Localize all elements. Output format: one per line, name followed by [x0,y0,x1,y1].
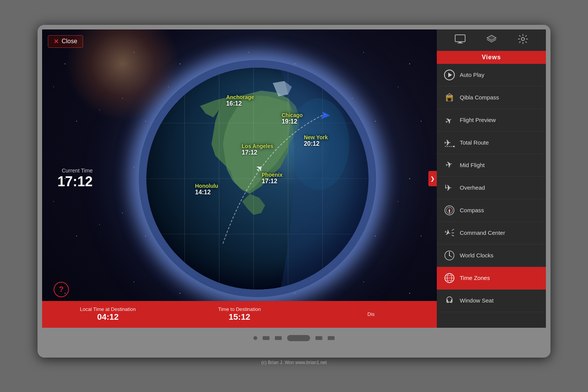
current-time-display: Current Time 17:12 [57,168,93,190]
screen-controls [253,328,335,349]
world-clocks-label: World Clocks [460,252,493,259]
overhead-label: Overhead [460,184,485,191]
svg-text:✈: ✈ [443,228,452,237]
compass-label: Compass [460,207,484,213]
svg-marker-19 [446,93,452,96]
menu-list: Auto Play Qibla Compass [437,64,546,328]
qibla-icon [442,90,457,105]
svg-rect-21 [446,96,452,97]
layers-tab-icon[interactable] [486,34,497,46]
qibla-label: Qibla Compass [460,94,499,101]
world-clocks-icon [442,248,457,263]
screen-inner: ✕ Close Current Time 17:12 [42,29,546,328]
globe: ✈ [146,68,368,290]
destination-time-value: 04:12 [42,312,174,322]
menu-item-overhead[interactable]: ✈ Overhead [437,177,546,199]
compass-icon [442,203,457,218]
bottom-bar: Local Time at Destination 04:12 Time to … [42,301,437,328]
mid-flight-label: Mid Flight [460,162,485,168]
svg-line-37 [452,235,454,236]
close-x-icon: ✕ [54,38,59,45]
map-area: ✕ Close Current Time 17:12 [42,29,437,328]
time-to-dest-item: Time to Destination 15:12 [174,306,305,322]
menu-item-world-clocks[interactable]: World Clocks [437,244,546,267]
command-center-icon: ✈ [442,226,457,240]
window-seat-icon [442,293,457,308]
command-center-label: Command Center [460,229,505,236]
help-icon: ? [59,285,64,294]
window-seat-label: Window Seat [460,297,493,304]
views-header: Views [437,51,546,64]
destination-time-item: Local Time at Destination 04:12 [42,306,174,322]
distance-item: Dis [305,311,437,317]
ctrl-rect-4 [328,336,335,340]
menu-item-mid-flight[interactable]: ✈ Mid Flight [437,154,546,177]
city-phoenix: Phoenix17:12 [261,172,282,185]
flight-preview-label: Flight Preview [460,117,496,123]
menu-item-compass[interactable]: Compass [437,199,546,222]
copyright-text: (c) Brian J. Won www.brian1.net [261,360,327,365]
svg-point-41 [449,255,450,256]
distance-label: Dis [305,311,437,317]
copyright-bar: (c) Brian J. Won www.brian1.net [0,358,588,368]
mid-flight-icon: ✈ [442,158,457,172]
menu-item-total-route[interactable]: ✈ Total Route [437,132,546,154]
time-zones-icon [442,271,457,285]
flight-preview-icon: ✈ [442,113,457,127]
auto-play-label: Auto Play [460,72,484,78]
current-time-label: Current Time [57,168,93,174]
close-button[interactable]: ✕ Close [48,35,83,48]
svg-marker-14 [487,35,496,41]
svg-point-33 [449,210,450,211]
city-honolulu: Honolulu14:12 [195,183,218,196]
city-chicago: Chicago19:12 [282,112,303,125]
menu-item-qibla-compass[interactable]: Qibla Compass [437,86,546,109]
svg-text:✈: ✈ [444,160,454,170]
menu-item-window-seat[interactable]: Window Seat [437,290,546,312]
total-route-label: Total Route [460,139,489,146]
city-anchorage: Anchorage16:12 [226,94,254,107]
close-label: Close [62,38,77,45]
map-tab-icon[interactable] [455,34,466,46]
menu-item-auto-play[interactable]: Auto Play [437,64,546,86]
svg-rect-11 [455,35,465,42]
globe-container: ✈ Anchorage16:12 Chicago19:12 Los Angele… [146,68,368,290]
collapse-icon: ❯ [430,176,435,182]
collapse-arrow[interactable]: ❯ [428,171,437,186]
ctrl-rect-3 [315,336,322,340]
time-to-dest-value: 15:12 [174,312,305,322]
top-icons-bar [437,29,546,51]
svg-text:✈: ✈ [443,115,454,125]
svg-marker-17 [448,73,452,77]
settings-tab-icon[interactable] [518,34,528,46]
help-button[interactable]: ? [54,282,69,297]
destination-time-label: Local Time at Destination [42,306,174,312]
ctrl-dot-1 [253,336,257,340]
ctrl-oval-home[interactable] [287,335,310,341]
screen-outer: ✕ Close Current Time 17:12 [38,25,550,358]
svg-point-15 [521,37,524,41]
overhead-icon: ✈ [442,181,457,195]
menu-item-flight-preview[interactable]: ✈ Flight Preview [437,109,546,132]
menu-item-time-zones[interactable]: Time Zones [437,267,546,290]
menu-item-command-center[interactable]: ✈ Command Center [437,222,546,244]
current-time-value: 17:12 [57,174,93,190]
svg-rect-13 [457,43,463,44]
city-new-york: New York20:12 [304,134,328,147]
total-route-icon: ✈ [442,135,457,150]
svg-text:✈: ✈ [445,183,452,193]
svg-rect-20 [448,98,451,101]
auto-play-icon [442,68,457,82]
svg-point-25 [453,146,455,147]
ctrl-rect-2 [275,336,282,340]
time-zones-label: Time Zones [460,275,490,281]
ctrl-rect-1 [263,336,270,340]
time-to-dest-label: Time to Destination [174,306,305,312]
city-los-angeles: Los Angeles17:12 [242,143,273,156]
right-panel: Views Auto Play [437,29,546,328]
